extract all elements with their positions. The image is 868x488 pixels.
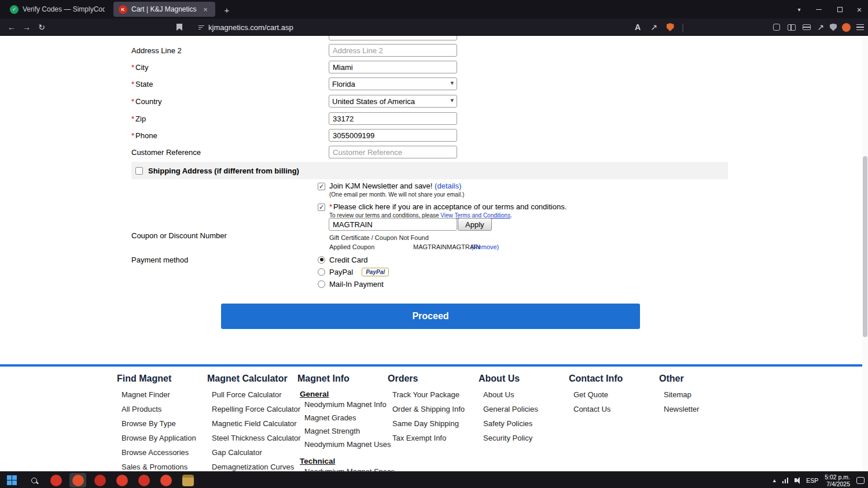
sidebar-toggle-icon[interactable] — [785, 19, 799, 36]
minimize-button[interactable] — [809, 0, 829, 19]
scrollbar-thumb[interactable] — [863, 156, 867, 337]
reload-button[interactable]: ↻ — [35, 19, 49, 36]
network-icon[interactable] — [782, 478, 789, 483]
protection-shield-icon[interactable] — [826, 19, 840, 36]
footer-link[interactable]: Magnet Grades — [304, 413, 395, 422]
footer-link[interactable]: Browse Accessories — [122, 448, 196, 457]
newsletter-details-link[interactable]: (details) — [435, 182, 461, 190]
menu-button[interactable] — [853, 19, 867, 36]
shipping-address-checkbox[interactable] — [135, 167, 143, 175]
wallet-card-icon — [803, 24, 811, 30]
country-select[interactable]: United States of America — [329, 95, 457, 108]
hamburger-icon — [856, 24, 864, 31]
taskbar-app-5[interactable] — [135, 473, 152, 487]
footer-link[interactable]: Track Your Package — [392, 390, 465, 399]
footer-link[interactable]: Security Policy — [483, 434, 538, 442]
simplycodes-favicon: ✓ — [10, 5, 19, 14]
city-input[interactable] — [329, 61, 457, 73]
footer-link[interactable]: Magnet Finder — [122, 390, 196, 399]
zip-input[interactable] — [329, 112, 457, 125]
footer-link[interactable]: Get Quote — [573, 390, 610, 399]
customer-reference-input[interactable] — [329, 146, 457, 158]
footer-link[interactable]: About Us — [483, 390, 538, 399]
app-icon — [160, 475, 172, 486]
share-icon[interactable]: ↗ — [647, 19, 661, 36]
remove-coupon-link[interactable]: (Remove) — [471, 243, 499, 250]
newsletter-checkbox[interactable]: ✓ — [318, 183, 325, 190]
footer-link[interactable]: Pull Force Calculator — [212, 390, 301, 399]
footer-link[interactable]: General Policies — [483, 405, 538, 413]
tab-cart-kj-magnetics[interactable]: K Cart | K&J Magnetics × — [113, 2, 215, 17]
payment-option-mail-in[interactable]: Mail-In Payment — [318, 279, 384, 289]
address-line2-input[interactable] — [329, 44, 457, 57]
new-tab-button[interactable]: + — [221, 4, 233, 16]
send-icon[interactable]: ↗ — [814, 19, 827, 36]
taskbar-app-2[interactable] — [69, 473, 86, 487]
forward-button[interactable]: → — [20, 19, 34, 36]
back-button[interactable]: ← — [5, 19, 19, 36]
footer-link[interactable]: Magnet Strength — [304, 427, 395, 435]
taskbar-app-1[interactable] — [47, 473, 64, 487]
taskbar-app-7[interactable] — [179, 473, 196, 487]
payment-option-paypal[interactable]: PayPal PayPal — [318, 267, 389, 276]
footer-link[interactable]: Neodymium Magnet Specs — [304, 467, 395, 471]
footer-column-title: About Us — [479, 374, 520, 384]
start-button[interactable] — [3, 473, 20, 487]
taskbar-app-6[interactable] — [157, 473, 174, 487]
footer-link[interactable]: Steel Thickness Calculator — [212, 434, 301, 442]
close-window-button[interactable]: × — [851, 0, 868, 19]
apply-coupon-button[interactable]: Apply — [458, 218, 492, 231]
footer-link[interactable]: Newsletter — [664, 405, 699, 413]
footer-link[interactable]: Sitemap — [664, 390, 699, 399]
payment-option-credit-card[interactable]: Credit Card — [318, 255, 367, 264]
terms-checkbox[interactable]: ✓ — [318, 204, 325, 211]
footer-link[interactable]: Contact Us — [573, 405, 610, 413]
url-bar[interactable]: kjmagnetics.com/cart.asp — [208, 19, 293, 36]
footer-link[interactable]: Tax Exempt Info — [392, 434, 465, 442]
required-asterisk: * — [131, 80, 134, 88]
adblock-shield-icon[interactable] — [663, 19, 677, 36]
tab-simplycodes[interactable]: ✓ Verify Codes — SimplyCodes — [5, 2, 110, 17]
footer-link[interactable]: Gap Calculator — [212, 448, 301, 457]
footer-link[interactable]: Sales & Promotions — [122, 463, 196, 471]
site-info-icon[interactable] — [194, 19, 208, 36]
proceed-button[interactable]: Proceed — [221, 304, 640, 329]
bookmark-icon[interactable] — [172, 19, 186, 36]
footer-link[interactable]: Magnetic Field Calculator — [212, 419, 301, 428]
credit-card-radio[interactable] — [318, 256, 325, 264]
footer-link[interactable]: Same Day Shipping — [392, 419, 465, 428]
volume-icon[interactable] — [795, 477, 800, 484]
language-indicator[interactable]: ESP — [806, 477, 818, 484]
tab-list-chevron-icon[interactable]: ▾ — [792, 0, 807, 19]
footer-link[interactable]: Neodymium Magnet Info — [304, 400, 395, 409]
tray-chevron-up-icon[interactable]: ▴ — [773, 477, 776, 483]
page-scrollbar[interactable] — [862, 36, 868, 471]
extension-icon[interactable] — [770, 19, 784, 36]
maximize-button[interactable] — [830, 0, 849, 19]
close-tab-icon[interactable]: × — [201, 5, 210, 14]
taskbar-clock[interactable]: 5:02 p.m. 7/4/2025 — [825, 474, 850, 487]
taskbar-app-3[interactable] — [91, 473, 108, 487]
state-select[interactable]: Florida — [329, 77, 457, 90]
notification-center-icon[interactable] — [856, 477, 865, 484]
footer-link[interactable]: Repelling Force Calculator — [212, 405, 301, 413]
footer-link[interactable]: Neodymium Magnet Uses — [304, 440, 395, 449]
mail-in-radio[interactable] — [318, 280, 325, 288]
taskbar-app-4[interactable] — [113, 473, 130, 487]
shield-icon — [830, 24, 837, 31]
taskbar-search-button[interactable] — [25, 473, 42, 487]
phone-input[interactable] — [329, 129, 457, 142]
footer-link[interactable]: Demagnetization Curves — [212, 463, 301, 471]
footer-link[interactable]: Browse By Application — [122, 434, 196, 442]
footer-link[interactable]: Order & Shipping Info — [392, 405, 465, 413]
profile-avatar[interactable] — [839, 19, 853, 36]
speaker-cone — [796, 477, 800, 484]
coupon-input[interactable] — [329, 218, 457, 231]
footer-link[interactable]: All Products — [122, 405, 196, 413]
wallet-icon[interactable] — [800, 19, 814, 36]
footer-link[interactable]: Safety Policies — [483, 419, 538, 428]
paypal-radio[interactable] — [318, 268, 325, 276]
translate-icon[interactable]: A — [631, 19, 645, 36]
footer-link[interactable]: Browse By Type — [122, 419, 196, 428]
address-line1-input[interactable] — [329, 36, 457, 40]
